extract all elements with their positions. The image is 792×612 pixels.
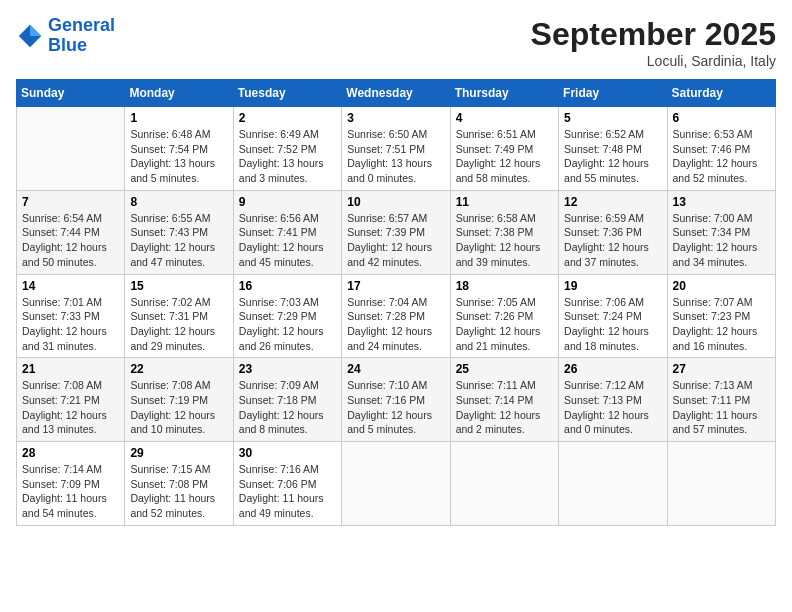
day-number: 12 xyxy=(564,195,661,209)
day-number: 27 xyxy=(673,362,770,376)
weekday-header-friday: Friday xyxy=(559,80,667,107)
calendar-cell: 25Sunrise: 7:11 AMSunset: 7:14 PMDayligh… xyxy=(450,358,558,442)
calendar-cell: 11Sunrise: 6:58 AMSunset: 7:38 PMDayligh… xyxy=(450,190,558,274)
day-info: Sunrise: 7:12 AMSunset: 7:13 PMDaylight:… xyxy=(564,378,661,437)
day-info: Sunrise: 7:04 AMSunset: 7:28 PMDaylight:… xyxy=(347,295,444,354)
calendar-cell: 28Sunrise: 7:14 AMSunset: 7:09 PMDayligh… xyxy=(17,442,125,526)
calendar-cell: 19Sunrise: 7:06 AMSunset: 7:24 PMDayligh… xyxy=(559,274,667,358)
calendar-cell: 8Sunrise: 6:55 AMSunset: 7:43 PMDaylight… xyxy=(125,190,233,274)
day-info: Sunrise: 6:54 AMSunset: 7:44 PMDaylight:… xyxy=(22,211,119,270)
day-number: 26 xyxy=(564,362,661,376)
day-number: 3 xyxy=(347,111,444,125)
day-info: Sunrise: 6:56 AMSunset: 7:41 PMDaylight:… xyxy=(239,211,336,270)
weekday-header-thursday: Thursday xyxy=(450,80,558,107)
svg-marker-1 xyxy=(30,25,41,36)
day-info: Sunrise: 7:07 AMSunset: 7:23 PMDaylight:… xyxy=(673,295,770,354)
calendar-cell: 14Sunrise: 7:01 AMSunset: 7:33 PMDayligh… xyxy=(17,274,125,358)
day-info: Sunrise: 7:15 AMSunset: 7:08 PMDaylight:… xyxy=(130,462,227,521)
logo-line2: Blue xyxy=(48,35,87,55)
calendar-cell xyxy=(17,107,125,191)
calendar-week-1: 1Sunrise: 6:48 AMSunset: 7:54 PMDaylight… xyxy=(17,107,776,191)
weekday-header-sunday: Sunday xyxy=(17,80,125,107)
day-info: Sunrise: 7:02 AMSunset: 7:31 PMDaylight:… xyxy=(130,295,227,354)
calendar-week-5: 28Sunrise: 7:14 AMSunset: 7:09 PMDayligh… xyxy=(17,442,776,526)
calendar-week-2: 7Sunrise: 6:54 AMSunset: 7:44 PMDaylight… xyxy=(17,190,776,274)
calendar-cell: 13Sunrise: 7:00 AMSunset: 7:34 PMDayligh… xyxy=(667,190,775,274)
day-number: 28 xyxy=(22,446,119,460)
weekday-header-monday: Monday xyxy=(125,80,233,107)
calendar-week-4: 21Sunrise: 7:08 AMSunset: 7:21 PMDayligh… xyxy=(17,358,776,442)
day-info: Sunrise: 7:06 AMSunset: 7:24 PMDaylight:… xyxy=(564,295,661,354)
logo-text: General Blue xyxy=(48,16,115,56)
day-info: Sunrise: 7:03 AMSunset: 7:29 PMDaylight:… xyxy=(239,295,336,354)
calendar-cell: 27Sunrise: 7:13 AMSunset: 7:11 PMDayligh… xyxy=(667,358,775,442)
day-number: 1 xyxy=(130,111,227,125)
location: Loculi, Sardinia, Italy xyxy=(531,53,776,69)
day-number: 8 xyxy=(130,195,227,209)
day-info: Sunrise: 6:57 AMSunset: 7:39 PMDaylight:… xyxy=(347,211,444,270)
day-number: 2 xyxy=(239,111,336,125)
calendar-cell xyxy=(559,442,667,526)
day-number: 23 xyxy=(239,362,336,376)
day-info: Sunrise: 7:09 AMSunset: 7:18 PMDaylight:… xyxy=(239,378,336,437)
calendar-cell: 5Sunrise: 6:52 AMSunset: 7:48 PMDaylight… xyxy=(559,107,667,191)
calendar-cell: 20Sunrise: 7:07 AMSunset: 7:23 PMDayligh… xyxy=(667,274,775,358)
calendar-table: SundayMondayTuesdayWednesdayThursdayFrid… xyxy=(16,79,776,526)
calendar-cell: 18Sunrise: 7:05 AMSunset: 7:26 PMDayligh… xyxy=(450,274,558,358)
day-number: 5 xyxy=(564,111,661,125)
day-number: 19 xyxy=(564,279,661,293)
calendar-cell: 3Sunrise: 6:50 AMSunset: 7:51 PMDaylight… xyxy=(342,107,450,191)
day-info: Sunrise: 6:53 AMSunset: 7:46 PMDaylight:… xyxy=(673,127,770,186)
day-info: Sunrise: 6:52 AMSunset: 7:48 PMDaylight:… xyxy=(564,127,661,186)
day-number: 29 xyxy=(130,446,227,460)
calendar-cell: 26Sunrise: 7:12 AMSunset: 7:13 PMDayligh… xyxy=(559,358,667,442)
day-info: Sunrise: 7:13 AMSunset: 7:11 PMDaylight:… xyxy=(673,378,770,437)
day-info: Sunrise: 6:48 AMSunset: 7:54 PMDaylight:… xyxy=(130,127,227,186)
calendar-cell: 15Sunrise: 7:02 AMSunset: 7:31 PMDayligh… xyxy=(125,274,233,358)
logo-icon xyxy=(16,22,44,50)
title-block: September 2025 Loculi, Sardinia, Italy xyxy=(531,16,776,69)
calendar-cell: 23Sunrise: 7:09 AMSunset: 7:18 PMDayligh… xyxy=(233,358,341,442)
day-number: 9 xyxy=(239,195,336,209)
day-info: Sunrise: 7:10 AMSunset: 7:16 PMDaylight:… xyxy=(347,378,444,437)
day-number: 17 xyxy=(347,279,444,293)
day-info: Sunrise: 6:59 AMSunset: 7:36 PMDaylight:… xyxy=(564,211,661,270)
calendar-cell: 24Sunrise: 7:10 AMSunset: 7:16 PMDayligh… xyxy=(342,358,450,442)
day-number: 21 xyxy=(22,362,119,376)
day-info: Sunrise: 6:51 AMSunset: 7:49 PMDaylight:… xyxy=(456,127,553,186)
calendar-cell: 21Sunrise: 7:08 AMSunset: 7:21 PMDayligh… xyxy=(17,358,125,442)
weekday-header-saturday: Saturday xyxy=(667,80,775,107)
logo-line1: General xyxy=(48,15,115,35)
day-info: Sunrise: 7:08 AMSunset: 7:19 PMDaylight:… xyxy=(130,378,227,437)
calendar-cell: 1Sunrise: 6:48 AMSunset: 7:54 PMDaylight… xyxy=(125,107,233,191)
day-number: 14 xyxy=(22,279,119,293)
calendar-cell: 17Sunrise: 7:04 AMSunset: 7:28 PMDayligh… xyxy=(342,274,450,358)
day-number: 20 xyxy=(673,279,770,293)
day-number: 15 xyxy=(130,279,227,293)
day-number: 4 xyxy=(456,111,553,125)
day-number: 22 xyxy=(130,362,227,376)
day-number: 11 xyxy=(456,195,553,209)
day-info: Sunrise: 7:11 AMSunset: 7:14 PMDaylight:… xyxy=(456,378,553,437)
day-number: 16 xyxy=(239,279,336,293)
calendar-cell: 29Sunrise: 7:15 AMSunset: 7:08 PMDayligh… xyxy=(125,442,233,526)
logo: General Blue xyxy=(16,16,115,56)
calendar-cell: 10Sunrise: 6:57 AMSunset: 7:39 PMDayligh… xyxy=(342,190,450,274)
calendar-cell xyxy=(450,442,558,526)
day-number: 18 xyxy=(456,279,553,293)
calendar-cell: 16Sunrise: 7:03 AMSunset: 7:29 PMDayligh… xyxy=(233,274,341,358)
weekday-header-tuesday: Tuesday xyxy=(233,80,341,107)
day-info: Sunrise: 6:55 AMSunset: 7:43 PMDaylight:… xyxy=(130,211,227,270)
calendar-week-3: 14Sunrise: 7:01 AMSunset: 7:33 PMDayligh… xyxy=(17,274,776,358)
calendar-cell: 30Sunrise: 7:16 AMSunset: 7:06 PMDayligh… xyxy=(233,442,341,526)
calendar-cell: 4Sunrise: 6:51 AMSunset: 7:49 PMDaylight… xyxy=(450,107,558,191)
day-number: 7 xyxy=(22,195,119,209)
weekday-header-row: SundayMondayTuesdayWednesdayThursdayFrid… xyxy=(17,80,776,107)
day-number: 30 xyxy=(239,446,336,460)
calendar-cell: 2Sunrise: 6:49 AMSunset: 7:52 PMDaylight… xyxy=(233,107,341,191)
day-number: 10 xyxy=(347,195,444,209)
day-info: Sunrise: 7:14 AMSunset: 7:09 PMDaylight:… xyxy=(22,462,119,521)
day-info: Sunrise: 6:58 AMSunset: 7:38 PMDaylight:… xyxy=(456,211,553,270)
day-info: Sunrise: 7:00 AMSunset: 7:34 PMDaylight:… xyxy=(673,211,770,270)
day-info: Sunrise: 7:05 AMSunset: 7:26 PMDaylight:… xyxy=(456,295,553,354)
